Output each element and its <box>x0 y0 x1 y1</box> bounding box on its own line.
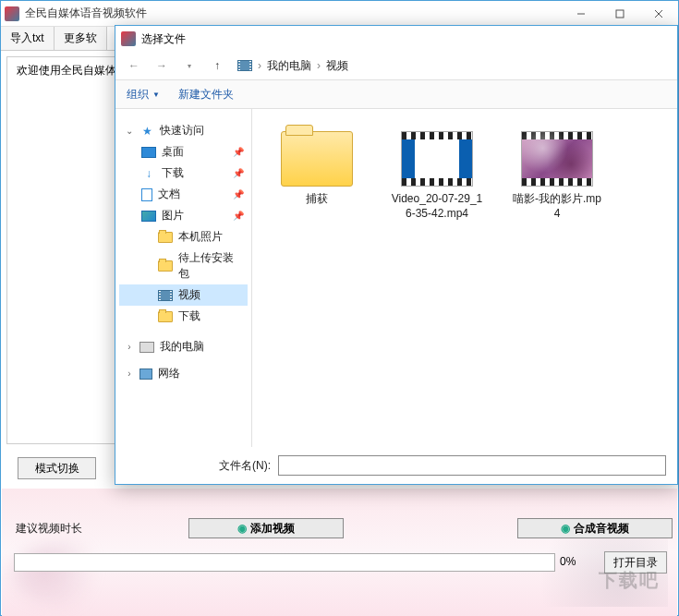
picture-icon <box>141 211 156 222</box>
more-soft-tab[interactable]: 更多软 <box>55 27 107 50</box>
pin-icon: 📌 <box>233 147 244 157</box>
window-controls <box>562 1 678 27</box>
star-icon: ★ <box>139 125 154 138</box>
close-button[interactable] <box>639 1 678 27</box>
computer-icon <box>139 342 154 353</box>
chevron-right-icon: › <box>258 59 261 72</box>
tree-documents[interactable]: 文档 📌 <box>119 184 248 205</box>
file-item-video1[interactable]: Video_20-07-29_16-35-42.mp4 <box>391 131 483 221</box>
tree-my-pc-label: 我的电脑 <box>160 339 204 355</box>
file-item-video2[interactable]: 喵影-我的影片.mp4 <box>511 131 603 221</box>
video-thumb-icon <box>401 131 473 187</box>
tree-quick-access[interactable]: ⌄ ★ 快速访问 <box>119 120 248 141</box>
add-video-button[interactable]: ◉ 添加视频 <box>188 518 344 538</box>
play-compose-icon: ◉ <box>561 522 570 535</box>
tree-pending-pkg-label: 待上传安装包 <box>178 250 244 282</box>
tree-local-photos[interactable]: 本机照片 <box>119 226 248 248</box>
tree-downloads2[interactable]: 下载 <box>119 306 248 327</box>
tree-documents-label: 文档 <box>158 187 180 202</box>
pin-icon: 📌 <box>233 189 244 199</box>
suggest-duration-label: 建议视频时长 <box>16 521 82 537</box>
file-name: 喵影-我的影片.mp4 <box>511 192 603 221</box>
tree-my-pc[interactable]: › 我的电脑 <box>119 336 248 357</box>
folder-icon <box>158 232 173 243</box>
progress-bar <box>14 553 555 572</box>
welcome-text: 欢迎使用全民自媒体 <box>17 64 116 77</box>
breadcrumb[interactable]: › 我的电脑 › 视频 <box>237 58 348 74</box>
play-add-icon: ◉ <box>237 522 247 535</box>
dialog-nav: ← → ▾ ↑ › 我的电脑 › 视频 <box>115 52 677 79</box>
organize-label: 组织 <box>127 87 149 103</box>
filename-label: 文件名(N): <box>219 458 271 474</box>
main-title: 全民自媒体语音视频软件 <box>25 6 147 21</box>
caret-down-icon: ⌄ <box>125 126 134 136</box>
tree-local-photos-label: 本机照片 <box>178 229 223 245</box>
tree-video-label: 视频 <box>178 287 200 303</box>
tree-network[interactable]: › 网络 <box>119 363 248 384</box>
file-item-folder[interactable]: 捕获 <box>271 131 363 207</box>
maximize-button[interactable] <box>600 1 639 27</box>
dialog-titlebar: 选择文件 <box>115 26 677 52</box>
chevron-right-icon: › <box>317 59 321 72</box>
nav-back-icon[interactable]: ← <box>123 54 145 77</box>
dialog-footer: 文件名(N): <box>115 447 677 484</box>
dialog-title: 选择文件 <box>141 31 186 47</box>
tree-desktop[interactable]: 桌面 📌 <box>119 141 248 163</box>
main-titlebar: 全民自媒体语音视频软件 <box>1 1 678 27</box>
compose-av-label: 合成音视频 <box>574 521 629 537</box>
folder-thumb-icon <box>281 131 353 187</box>
nav-forward-icon[interactable]: → <box>151 54 173 77</box>
tree-quick-access-label: 快速访问 <box>160 123 204 139</box>
nav-tree: ⌄ ★ 快速访问 桌面 📌 ↓ 下载 📌 文档 📌 图片 <box>115 109 252 447</box>
dialog-body: ⌄ ★ 快速访问 桌面 📌 ↓ 下载 📌 文档 📌 图片 <box>115 109 677 447</box>
network-icon <box>139 368 152 380</box>
filename-input[interactable] <box>278 455 666 476</box>
file-grid[interactable]: 捕获 Video_20-07-29_16-35-42.mp4 喵影-我的影片.m… <box>252 109 677 447</box>
pin-icon: 📌 <box>233 168 244 178</box>
svg-rect-1 <box>616 10 624 18</box>
pin-icon: 📌 <box>233 211 244 221</box>
breadcrumb-sub[interactable]: 视频 <box>326 58 348 74</box>
document-icon <box>141 188 152 201</box>
new-folder-button[interactable]: 新建文件夹 <box>178 87 234 103</box>
nav-history-dropdown-icon[interactable]: ▾ <box>178 54 200 77</box>
tree-downloads2-label: 下载 <box>178 308 200 324</box>
add-video-label: 添加视频 <box>250 521 295 537</box>
tree-pictures-label: 图片 <box>162 208 184 223</box>
tree-network-label: 网络 <box>158 366 180 381</box>
open-dir-button[interactable]: 打开目录 <box>604 551 667 574</box>
bottom-panel-bg <box>2 489 677 616</box>
caret-right-icon: › <box>125 342 134 352</box>
dialog-app-icon <box>121 31 136 46</box>
desktop-icon <box>141 147 156 158</box>
download-icon: ↓ <box>141 167 156 180</box>
chevron-down-icon: ▼ <box>152 91 160 99</box>
video-folder-icon <box>237 60 252 71</box>
breadcrumb-root[interactable]: 我的电脑 <box>267 58 311 74</box>
mode-switch-button[interactable]: 模式切换 <box>18 457 96 479</box>
minimize-button[interactable] <box>562 1 600 27</box>
folder-icon <box>158 311 173 322</box>
video-thumb-icon <box>521 131 593 187</box>
tree-downloads[interactable]: ↓ 下载 📌 <box>119 163 248 184</box>
caret-right-icon: › <box>125 368 134 379</box>
dialog-toolbar: 组织 ▼ 新建文件夹 <box>115 79 677 109</box>
progress-percent: 0% <box>560 555 576 568</box>
video-icon <box>158 290 173 301</box>
compose-av-button[interactable]: ◉ 合成音视频 <box>517 518 673 538</box>
nav-up-icon[interactable]: ↑ <box>206 54 228 77</box>
file-name: Video_20-07-29_16-35-42.mp4 <box>391 192 483 221</box>
file-dialog: 选择文件 ← → ▾ ↑ › 我的电脑 › 视频 组织 ▼ 新建文件夹 ⌄ ★ … <box>115 25 678 485</box>
app-icon <box>5 6 19 21</box>
tree-desktop-label: 桌面 <box>162 144 184 160</box>
tree-video[interactable]: 视频 <box>119 284 248 306</box>
folder-icon <box>158 260 173 272</box>
import-txt-tab[interactable]: 导入txt <box>1 27 55 50</box>
tree-pending-pkg[interactable]: 待上传安装包 <box>119 248 248 284</box>
tree-downloads-label: 下载 <box>162 165 184 181</box>
organize-button[interactable]: 组织 ▼ <box>127 87 160 103</box>
file-name: 捕获 <box>306 192 328 207</box>
tree-pictures[interactable]: 图片 📌 <box>119 205 248 226</box>
